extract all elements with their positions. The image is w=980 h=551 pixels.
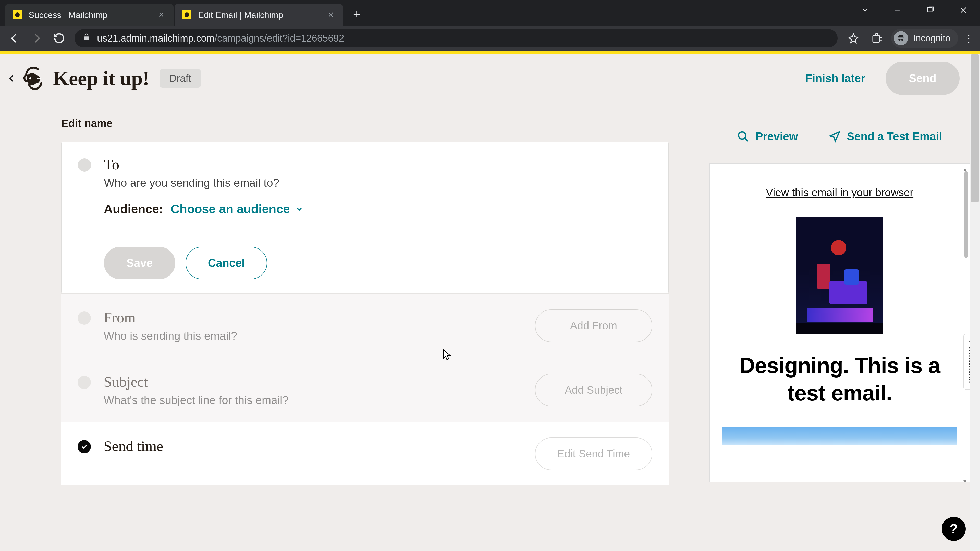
forward-icon[interactable] — [26, 27, 48, 49]
svg-rect-4 — [873, 36, 880, 42]
preview-button[interactable]: Preview — [737, 130, 798, 143]
choose-audience-dropdown[interactable]: Choose an audience — [171, 202, 303, 216]
help-button[interactable]: ? — [942, 517, 966, 541]
browser-tab-strip: Success | Mailchimp × Edit Email | Mailc… — [0, 0, 980, 25]
new-tab-button[interactable]: + — [349, 6, 364, 22]
brand-accent-bar — [0, 51, 980, 54]
to-status-icon — [78, 159, 91, 171]
close-icon[interactable]: × — [326, 10, 335, 19]
save-button[interactable]: Save — [104, 247, 175, 279]
search-icon — [737, 130, 749, 143]
favicon-mailchimp-icon — [13, 10, 22, 19]
svg-point-11 — [39, 78, 41, 79]
from-status-icon — [78, 311, 91, 325]
email-secondary-image — [722, 427, 957, 445]
svg-rect-5 — [876, 34, 878, 36]
incognito-label: Incognito — [913, 33, 950, 44]
svg-point-1 — [185, 13, 189, 17]
chrome-menu-icon[interactable]: ⋮ — [961, 32, 977, 44]
subject-status-icon — [78, 376, 91, 389]
edit-name-link[interactable]: Edit name — [61, 118, 669, 130]
svg-point-10 — [37, 78, 38, 79]
window-controls — [850, 0, 980, 25]
status-badge: Draft — [159, 69, 201, 88]
mailchimp-logo-icon[interactable] — [22, 66, 47, 91]
svg-point-12 — [29, 77, 31, 79]
incognito-badge[interactable]: Incognito — [891, 29, 958, 48]
from-section: From Who is sending this email? Add From — [61, 293, 669, 358]
browser-tab-edit-email[interactable]: Edit Email | Mailchimp × — [175, 4, 343, 25]
subject-section-subtitle: What's the subject line for this email? — [103, 394, 525, 407]
audience-label: Audience: — [104, 202, 163, 216]
campaign-title: Keep it up! — [53, 67, 149, 90]
svg-point-9 — [27, 73, 38, 85]
email-headline: Designing. This is a test email. — [722, 352, 957, 407]
svg-point-0 — [15, 13, 20, 17]
add-subject-button[interactable]: Add Subject — [535, 374, 652, 407]
cancel-button[interactable]: Cancel — [186, 247, 267, 279]
svg-rect-2 — [928, 8, 932, 12]
svg-point-8 — [901, 38, 904, 41]
from-section-subtitle: Who is sending this email? — [103, 330, 525, 342]
svg-rect-3 — [84, 37, 89, 40]
close-icon[interactable]: × — [157, 10, 166, 19]
sendtime-status-icon — [78, 440, 91, 453]
send-button[interactable]: Send — [886, 62, 959, 95]
scroll-thumb[interactable] — [964, 171, 968, 258]
send-test-email-button[interactable]: Send a Test Email — [829, 130, 942, 143]
url-host: us21.admin.mailchimp.com — [97, 33, 215, 44]
svg-point-7 — [898, 38, 900, 41]
send-test-label: Send a Test Email — [847, 130, 942, 143]
email-hero-image — [796, 217, 883, 334]
tab-search-icon[interactable] — [850, 0, 880, 21]
lock-icon — [82, 33, 97, 44]
bookmark-star-icon[interactable] — [842, 27, 865, 49]
to-section-title: To — [104, 156, 652, 173]
mouse-cursor-icon — [443, 349, 452, 362]
preview-action-bar: Preview Send a Test Email — [710, 130, 970, 143]
browser-toolbar: us21.admin.mailchimp.com/campaigns/edit?… — [0, 25, 980, 51]
browser-tab-success[interactable]: Success | Mailchimp × — [5, 4, 173, 25]
svg-rect-6 — [880, 38, 882, 40]
incognito-icon — [894, 31, 908, 45]
svg-point-13 — [738, 132, 746, 139]
back-icon[interactable] — [3, 27, 25, 49]
page-scroll-thumb[interactable] — [971, 54, 979, 202]
address-bar[interactable]: us21.admin.mailchimp.com/campaigns/edit?… — [75, 29, 838, 48]
extensions-icon[interactable] — [865, 27, 888, 49]
subject-section: Subject What's the subject line for this… — [61, 358, 669, 422]
chevron-down-icon — [296, 205, 303, 213]
maximize-icon[interactable] — [914, 0, 947, 21]
back-chevron-icon[interactable] — [4, 71, 19, 86]
url-path: /campaigns/edit?id=12665692 — [215, 33, 344, 44]
from-section-title: From — [103, 309, 525, 326]
tab-title: Edit Email | Mailchimp — [198, 10, 326, 20]
add-from-button[interactable]: Add From — [535, 310, 652, 342]
window-close-icon[interactable] — [947, 0, 980, 21]
minimize-icon[interactable] — [880, 0, 914, 21]
to-section-subtitle: Who are you sending this email to? — [104, 176, 652, 189]
favicon-mailchimp-icon — [182, 10, 191, 19]
finish-later-link[interactable]: Finish later — [805, 72, 865, 85]
scroll-down-icon[interactable]: ▾ — [963, 478, 966, 482]
campaign-sections-card: To Who are you sending this email to? Au… — [61, 142, 669, 293]
preview-label: Preview — [756, 130, 798, 143]
paper-plane-icon — [829, 130, 841, 143]
view-in-browser-link[interactable]: View this email in your browser — [722, 186, 957, 199]
tab-title: Success | Mailchimp — [29, 10, 157, 20]
preview-scrollbar[interactable]: ▴ ▾ — [963, 166, 969, 482]
choose-audience-label: Choose an audience — [171, 202, 290, 216]
subject-section-title: Subject — [103, 373, 525, 390]
campaign-header: Keep it up! Draft Finish later Send — [0, 54, 970, 103]
reload-icon[interactable] — [48, 27, 70, 49]
email-preview-frame: ▴ ▾ View this email in your browser Desi… — [710, 163, 970, 482]
sendtime-section-title: Send time — [103, 437, 525, 454]
sendtime-section: Send time Edit Send Time — [61, 422, 669, 486]
edit-sendtime-button[interactable]: Edit Send Time — [535, 437, 652, 470]
page-scrollbar[interactable] — [970, 54, 980, 551]
